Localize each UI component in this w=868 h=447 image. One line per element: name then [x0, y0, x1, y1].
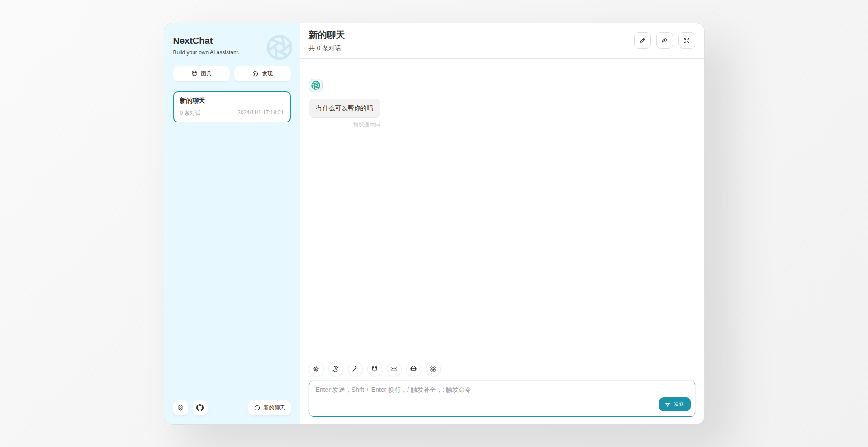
- mask-button-label: 面具: [201, 70, 212, 78]
- sidebar-footer: 新的聊天: [173, 400, 291, 415]
- fullscreen-button[interactable]: [678, 32, 695, 49]
- discover-button-label: 发现: [262, 70, 273, 78]
- chat-title: 新的聊天: [309, 29, 345, 41]
- new-chat-button-label: 新的聊天: [264, 404, 285, 412]
- chat-panel: 新的聊天 共 0 条对话: [300, 23, 704, 424]
- chat-session-item[interactable]: 新的聊天 0 条对话 2024/11/1 17:18:21: [173, 91, 291, 122]
- sidebar: NextChat Build your own AI assistant. 面具: [164, 23, 300, 424]
- sidebar-quick-buttons: 面具 发现: [173, 66, 291, 81]
- session-meta: 0 条对话 2024/11/1 17:18:21: [180, 109, 284, 117]
- magic-wand-icon: [351, 365, 359, 372]
- github-icon: [196, 404, 204, 411]
- auto-theme-icon: A: [332, 365, 339, 372]
- github-button[interactable]: [193, 400, 208, 415]
- message-bubble[interactable]: 有什么可以帮你的吗: [309, 99, 380, 118]
- new-chat-button[interactable]: 新的聊天: [248, 400, 291, 415]
- discover-icon: [252, 71, 259, 77]
- rename-button[interactable]: [634, 32, 651, 49]
- share-arrow-icon: [661, 37, 668, 44]
- discover-button[interactable]: 发现: [234, 66, 291, 81]
- grid-shapes-icon: [429, 365, 436, 372]
- assistant-avatar: [309, 79, 323, 92]
- settings-gear-icon: [177, 404, 184, 411]
- gear-icon: [313, 365, 320, 372]
- chat-header: 新的聊天 共 0 条对话: [300, 23, 704, 59]
- chat-settings-button[interactable]: [309, 362, 324, 376]
- model-select-button[interactable]: [406, 362, 421, 376]
- chat-header-titles: 新的聊天 共 0 条对话: [309, 29, 345, 52]
- composer-toolbar: A: [300, 362, 704, 376]
- send-button[interactable]: 发送: [659, 397, 691, 411]
- session-timestamp: 2024/11/1 17:18:21: [237, 109, 284, 117]
- plugins-button[interactable]: [426, 362, 441, 376]
- mask-button[interactable]: 面具: [173, 66, 230, 81]
- chat-input[interactable]: [309, 381, 695, 417]
- add-circle-icon: [254, 405, 261, 411]
- clear-context-icon: [390, 365, 398, 372]
- chat-header-actions: [634, 32, 695, 49]
- robot-icon: [410, 365, 417, 372]
- settings-button[interactable]: [173, 400, 188, 415]
- prompt-shortcut-button[interactable]: [348, 362, 363, 376]
- fullscreen-icon: [683, 37, 690, 44]
- svg-text:A: A: [335, 367, 337, 370]
- send-button-label: 发送: [674, 400, 685, 408]
- composer: 发送: [309, 381, 695, 417]
- pencil-icon: [639, 37, 646, 44]
- paper-plane-icon: [665, 401, 671, 407]
- export-button[interactable]: [656, 32, 673, 49]
- session-message-count: 0 条对话: [180, 109, 201, 117]
- nextchat-logo-icon: [265, 33, 294, 62]
- assistant-message: 有什么可以帮你的吗 预设提示词: [309, 79, 380, 128]
- prompt-hint-label: 预设提示词: [353, 121, 380, 128]
- clear-context-button[interactable]: [387, 362, 402, 376]
- theme-toggle-button[interactable]: A: [328, 362, 343, 376]
- chat-message-list: 有什么可以帮你的吗 预设提示词: [300, 59, 704, 362]
- session-title: 新的聊天: [180, 97, 284, 105]
- app-window: NextChat Build your own AI assistant. 面具: [164, 23, 705, 425]
- masks-button[interactable]: [367, 362, 382, 376]
- chat-subtitle: 共 0 条对话: [309, 44, 345, 52]
- mask-icon: [371, 365, 378, 372]
- mask-icon: [191, 71, 198, 77]
- openai-logo-icon: [311, 80, 321, 90]
